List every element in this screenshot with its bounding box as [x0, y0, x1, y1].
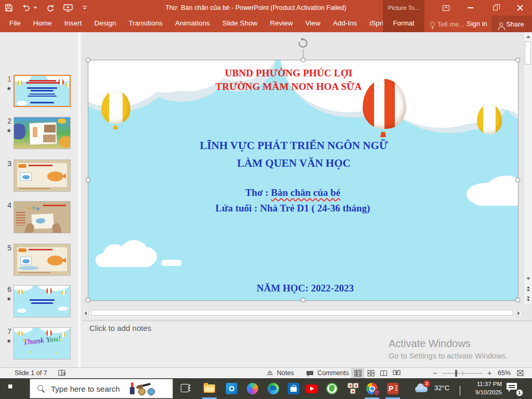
thumbnail-frame[interactable]	[14, 285, 71, 317]
thumbnail-frame[interactable]	[14, 244, 71, 276]
thumbnail-panel-scrollbar[interactable]	[78, 32, 81, 367]
slide-number: 1	[3, 75, 11, 83]
tab-design[interactable]: Design	[88, 16, 123, 32]
keyboard-keys-icon[interactable]	[347, 382, 360, 395]
tell-me-box[interactable]: Tell me...	[430, 16, 464, 32]
tab-home[interactable]: Home	[27, 16, 58, 32]
slide-sorter-view-button[interactable]	[364, 368, 377, 378]
horizontal-scroll-thumb[interactable]	[91, 310, 513, 316]
temperature-label[interactable]: 32°C	[434, 384, 449, 392]
selection-handle-bottom-mid[interactable]	[301, 298, 305, 302]
sign-in-button[interactable]: Sign in	[467, 16, 487, 32]
action-center-button[interactable]: 1	[507, 382, 522, 395]
start-button[interactable]	[0, 378, 25, 399]
customize-qat-icon[interactable]	[82, 5, 87, 11]
tab-view[interactable]: View	[299, 16, 327, 32]
horizontal-scrollbar[interactable]	[82, 309, 523, 317]
slide-poem-line[interactable]: Thơ : Bàn chân của bé	[88, 187, 508, 198]
picture-tools-group-label: Picture To...	[383, 0, 424, 16]
zoom-slider-thumb[interactable]	[455, 370, 457, 377]
restore-button[interactable]	[487, 0, 503, 16]
minimize-button[interactable]	[462, 0, 478, 16]
tab-format[interactable]: Format	[383, 16, 424, 32]
vertical-scroll-thumb[interactable]	[525, 42, 531, 64]
chrome-profile-avatar	[374, 389, 381, 396]
outlook-icon[interactable]	[225, 382, 238, 395]
start-from-beginning-icon[interactable]	[63, 4, 73, 12]
close-button[interactable]	[512, 0, 528, 16]
selection-handle-top-mid[interactable]	[301, 58, 305, 62]
thumbnail-frame[interactable]	[14, 75, 71, 107]
file-explorer-icon[interactable]	[203, 382, 216, 395]
tab-file[interactable]: File	[3, 16, 27, 32]
tray-chevron-icon[interactable]	[460, 387, 460, 396]
weather-badge: 2	[423, 380, 430, 387]
slide-canvas[interactable]: UBND PHƯỜNG PHÚC LỢI TRƯỜNG MẦM NON HOA …	[88, 60, 518, 300]
slide-topic-line2[interactable]: LÀM QUEN VĂN HỌC	[88, 157, 509, 170]
scroll-up-button[interactable]	[524, 32, 532, 41]
task-view-button[interactable]	[180, 383, 191, 393]
next-slide-button[interactable]	[524, 295, 532, 303]
slide-header-line1[interactable]: UBND PHƯỜNG PHÚC LỢI	[88, 68, 503, 79]
thumbnail-art	[14, 286, 70, 317]
taskbar-clock[interactable]: 11:37 PM 9/10/2025	[468, 380, 502, 396]
selection-handle-mid-left[interactable]	[86, 178, 90, 182]
zoom-slider-track[interactable]	[443, 373, 483, 374]
slideshow-view-button[interactable]	[390, 368, 403, 378]
microsoft-store-icon[interactable]	[287, 382, 300, 395]
scroll-left-button[interactable]	[82, 310, 89, 316]
tab-review[interactable]: Review	[263, 16, 299, 32]
slide-age-line[interactable]: Lứa tuổi : Nhà Trẻ D1 ( 24-36 tháng)	[88, 203, 508, 214]
selection-handle-bottom-right[interactable]	[515, 298, 520, 302]
search-highlight-icons[interactable]	[129, 381, 168, 397]
save-icon[interactable]	[5, 4, 12, 11]
edge-icon[interactable]	[267, 382, 280, 395]
zoom-level[interactable]: 65%	[498, 368, 511, 378]
undo-icon[interactable]	[22, 4, 31, 11]
redo-icon[interactable]	[46, 4, 54, 11]
selection-handle-bottom-left[interactable]	[86, 298, 90, 302]
status-bar: Slide 1 of 7 Notes Comments − + 65%	[0, 367, 532, 378]
powerpoint-icon[interactable]	[387, 382, 399, 395]
tab-animations[interactable]: Animations	[169, 16, 216, 32]
thumbnail-frame[interactable]	[14, 117, 71, 149]
coccoc-browser-icon[interactable]	[326, 382, 338, 395]
tab-slide-show[interactable]: Slide Show	[216, 16, 264, 32]
notes-toggle-button[interactable]: Notes	[277, 368, 294, 378]
taskbar-search-box[interactable]: Type here to search	[30, 379, 173, 398]
chrome-icon[interactable]	[366, 382, 378, 395]
selection-handle-mid-right[interactable]	[515, 178, 520, 182]
balloon-basket	[113, 126, 118, 129]
selection-handle-top-left[interactable]	[86, 58, 90, 62]
scroll-down-button[interactable]	[524, 274, 532, 283]
ribbon-display-options-button[interactable]	[438, 0, 454, 16]
share-label: Share	[506, 20, 524, 28]
thumbnail-frame[interactable]: Thank You!	[14, 327, 71, 360]
tab-insert[interactable]: Insert	[58, 16, 88, 32]
notes-placeholder[interactable]: Click to add notes	[89, 324, 151, 332]
windows-taskbar: Type here to search 2 32°C 11	[0, 378, 532, 399]
selection-handle-top-right[interactable]	[515, 58, 520, 62]
thumbnail-frame[interactable]	[14, 201, 71, 233]
balloon-basket	[380, 132, 386, 137]
minimize-icon	[468, 7, 473, 8]
reading-view-button[interactable]	[377, 368, 390, 378]
undo-dropdown-icon[interactable]	[34, 7, 37, 9]
slide-year-line[interactable]: NĂM HỌC: 2022-2023	[90, 283, 518, 294]
rotate-handle-icon[interactable]	[297, 37, 309, 51]
vertical-scrollbar[interactable]	[523, 32, 532, 304]
thumbnail-frame[interactable]	[14, 159, 71, 192]
tab-transitions[interactable]: Transitions	[123, 16, 169, 32]
youtube-icon[interactable]	[305, 382, 318, 395]
previous-slide-button[interactable]	[524, 284, 532, 293]
copilot-icon[interactable]	[246, 382, 259, 395]
tab-add-ins[interactable]: Add-Ins	[327, 16, 364, 32]
zoom-out-button[interactable]: −	[433, 368, 437, 378]
share-button[interactable]: Share	[491, 16, 532, 32]
slide-topic-line1[interactable]: LĨNH VỰC PHÁT TRIỂN NGÔN NGỮ	[88, 139, 509, 152]
normal-view-button[interactable]	[351, 368, 364, 378]
zoom-in-button[interactable]: +	[487, 368, 491, 378]
slide-header-line2[interactable]: TRƯỜNG MẦM NON HOA SỮA	[88, 81, 503, 92]
comments-toggle-button[interactable]: Comments	[317, 368, 349, 378]
scroll-right-button[interactable]	[515, 310, 522, 316]
